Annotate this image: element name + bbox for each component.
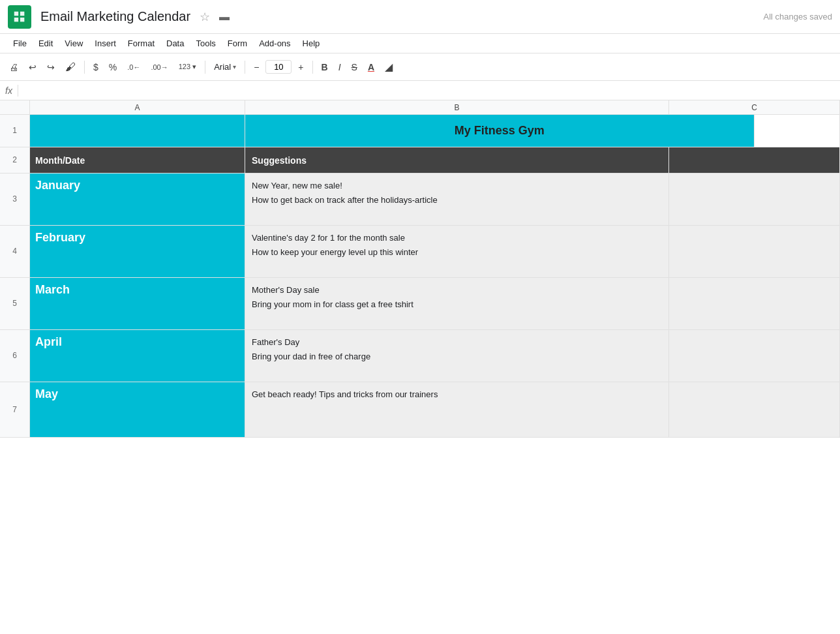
menu-data[interactable]: Data bbox=[161, 37, 189, 50]
bold-button[interactable]: B bbox=[318, 59, 332, 75]
table-row: 1 My Fitness Gym bbox=[0, 115, 840, 147]
title-cell-a[interactable] bbox=[30, 115, 245, 147]
svg-rect-1 bbox=[20, 11, 24, 15]
menu-file[interactable]: File bbox=[8, 37, 32, 50]
font-family-label: Arial bbox=[214, 62, 231, 72]
formula-input[interactable] bbox=[23, 85, 835, 95]
percent-button[interactable]: % bbox=[105, 59, 121, 75]
row6-cell-c bbox=[669, 330, 840, 382]
suggestion-line-1: Father's Day bbox=[252, 335, 662, 350]
strikethrough-button[interactable]: S bbox=[348, 59, 361, 75]
row-num-4: 4 bbox=[0, 226, 30, 277]
month-march[interactable]: March bbox=[30, 278, 245, 329]
menu-addons[interactable]: Add-ons bbox=[254, 37, 295, 50]
row-num-5: 5 bbox=[0, 278, 30, 329]
month-february[interactable]: February bbox=[30, 226, 245, 277]
column-header-row: A B C bbox=[0, 100, 840, 115]
svg-rect-0 bbox=[14, 11, 18, 15]
suggestion-line-1: Valentine's day 2 for 1 for the month sa… bbox=[252, 231, 662, 245]
toolbar-separator-1 bbox=[84, 61, 85, 74]
menu-help[interactable]: Help bbox=[297, 37, 325, 50]
number-format-button[interactable]: 123 ▾ bbox=[175, 60, 200, 74]
month-april[interactable]: April bbox=[30, 330, 245, 382]
toolbar-separator-3 bbox=[245, 61, 245, 74]
title-cell-c bbox=[755, 115, 841, 147]
menu-form[interactable]: Form bbox=[222, 37, 252, 50]
saved-status: All changes saved bbox=[763, 12, 832, 22]
toolbar-separator-4 bbox=[312, 61, 313, 74]
toolbar: 🖨 ↩ ↪ 🖌 $ % .0← .00→ 123 ▾ Arial ▾ − + B… bbox=[0, 53, 840, 81]
svg-rect-2 bbox=[14, 17, 18, 21]
formula-bar: fx bbox=[0, 81, 840, 100]
menu-format[interactable]: Format bbox=[123, 37, 160, 50]
row-num-7: 7 bbox=[0, 382, 30, 437]
currency-button[interactable]: $ bbox=[89, 59, 102, 75]
menu-view[interactable]: View bbox=[59, 37, 88, 50]
row-num-6: 6 bbox=[0, 330, 30, 382]
undo-button[interactable]: ↩ bbox=[25, 59, 40, 75]
row5-cell-c bbox=[669, 278, 840, 329]
suggestion-may[interactable]: Get beach ready! Tips and tricks from ou… bbox=[245, 382, 669, 437]
sheet-area: A B C 1 My Fitness Gym 2 Month/Date Sugg… bbox=[0, 100, 840, 438]
star-icon[interactable]: ☆ bbox=[200, 10, 210, 24]
italic-button[interactable]: I bbox=[335, 59, 345, 75]
menu-edit[interactable]: Edit bbox=[33, 37, 58, 50]
formula-bar-separator bbox=[18, 85, 18, 97]
sheets-logo bbox=[8, 5, 31, 29]
table-row: 2 Month/Date Suggestions bbox=[0, 147, 840, 174]
menu-insert[interactable]: Insert bbox=[89, 37, 121, 50]
dec-right-button[interactable]: .00→ bbox=[147, 61, 172, 74]
folder-icon[interactable]: ▬ bbox=[219, 11, 230, 23]
row4-cell-c bbox=[669, 226, 840, 277]
suggestion-line-1: Get beach ready! Tips and tricks from ou… bbox=[252, 387, 662, 402]
header-month-date[interactable]: Month/Date bbox=[30, 147, 245, 173]
title-cell-b[interactable]: My Fitness Gym bbox=[245, 115, 755, 147]
suggestion-line-1: Mother's Day sale bbox=[252, 283, 662, 297]
table-row: 4 February Valentine's day 2 for 1 for t… bbox=[0, 226, 840, 278]
suggestion-line-2: How to get back on track after the holid… bbox=[252, 193, 662, 207]
table-row: 6 April Father's Day Bring your dad in f… bbox=[0, 330, 840, 382]
header-suggestions[interactable]: Suggestions bbox=[245, 147, 669, 173]
menu-bar: File Edit View Insert Format Data Tools … bbox=[0, 34, 840, 53]
document-title[interactable]: Email Marketing Calendar bbox=[40, 9, 190, 24]
suggestion-line-2: Bring your dad in free of charge bbox=[252, 350, 662, 364]
row-num-3: 3 bbox=[0, 174, 30, 225]
table-row: 3 January New Year, new me sale! How to … bbox=[0, 174, 840, 226]
row-num-1: 1 bbox=[0, 115, 30, 147]
grid: 1 My Fitness Gym 2 Month/Date Suggestion… bbox=[0, 115, 840, 438]
row3-cell-c bbox=[669, 174, 840, 225]
font-color-button[interactable]: A bbox=[364, 59, 378, 75]
suggestion-line-2: How to keep your energy level up this wi… bbox=[252, 245, 662, 260]
suggestion-january[interactable]: New Year, new me sale! How to get back o… bbox=[245, 174, 669, 225]
toolbar-separator-2 bbox=[205, 61, 205, 74]
top-bar: Email Marketing Calendar ☆ ▬ All changes… bbox=[0, 0, 840, 34]
suggestion-april[interactable]: Father's Day Bring your dad in free of c… bbox=[245, 330, 669, 382]
redo-button[interactable]: ↪ bbox=[43, 59, 59, 75]
font-size-increase[interactable]: + bbox=[294, 59, 307, 75]
font-size-decrease[interactable]: − bbox=[250, 59, 263, 75]
font-family-arrow: ▾ bbox=[233, 63, 236, 70]
suggestion-february[interactable]: Valentine's day 2 for 1 for the month sa… bbox=[245, 226, 669, 277]
col-header-b[interactable]: B bbox=[245, 100, 669, 114]
menu-tools[interactable]: Tools bbox=[190, 37, 220, 50]
font-family-dropdown[interactable]: Arial ▾ bbox=[210, 60, 240, 74]
table-row: 5 March Mother's Day sale Bring your mom… bbox=[0, 278, 840, 330]
suggestion-march[interactable]: Mother's Day sale Bring your mom in for … bbox=[245, 278, 669, 329]
table-row: 7 May Get beach ready! Tips and tricks f… bbox=[0, 382, 840, 438]
col-header-a[interactable]: A bbox=[30, 100, 245, 114]
svg-rect-3 bbox=[20, 17, 24, 21]
row7-cell-c bbox=[669, 382, 840, 437]
formula-fx-label: fx bbox=[5, 85, 12, 96]
col-header-c[interactable]: C bbox=[669, 100, 840, 114]
print-button[interactable]: 🖨 bbox=[5, 59, 22, 75]
font-size-input[interactable] bbox=[265, 60, 292, 74]
row-num-header bbox=[0, 100, 30, 114]
header-cell-c bbox=[669, 147, 840, 173]
dec-left-button[interactable]: .0← bbox=[123, 61, 144, 74]
month-may[interactable]: May bbox=[30, 382, 245, 437]
month-january[interactable]: January bbox=[30, 174, 245, 225]
suggestion-line-1: New Year, new me sale! bbox=[252, 179, 662, 193]
paint-format-button[interactable]: 🖌 bbox=[61, 59, 80, 76]
fill-color-button[interactable]: ◢ bbox=[381, 58, 397, 76]
suggestion-line-2: Bring your mom in for class get a free t… bbox=[252, 297, 662, 312]
